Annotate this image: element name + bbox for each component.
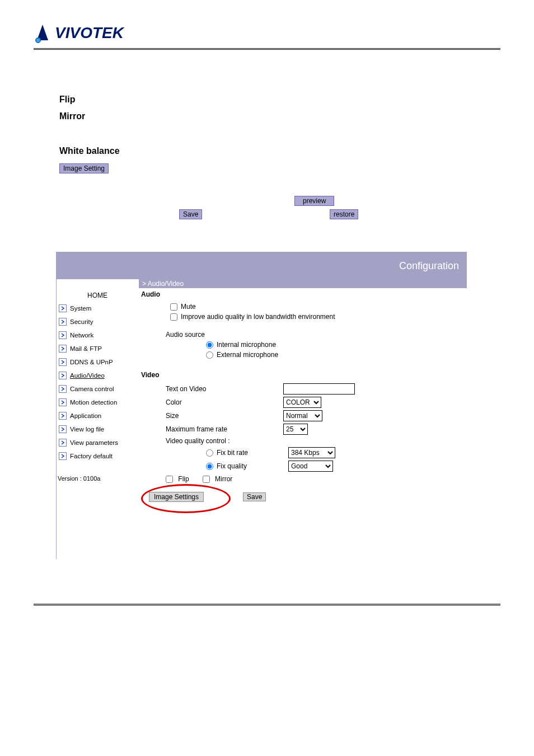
sidebar-item-audio-video[interactable]: Audio/Video xyxy=(57,369,138,382)
arrow-right-icon xyxy=(59,318,67,326)
arrow-right-icon xyxy=(59,398,67,406)
sidebar-item-label: Motion detection xyxy=(70,397,117,408)
arrow-right-icon xyxy=(59,385,67,393)
fix-quality-label: Fix quality xyxy=(217,462,260,470)
version-text: Version : 0100a xyxy=(57,475,138,482)
restore-button[interactable]: restore xyxy=(330,209,358,219)
text-on-video-input[interactable] xyxy=(283,383,355,395)
arrow-right-icon xyxy=(59,452,67,460)
sidebar-item-label: Factory default xyxy=(70,450,113,462)
divider-bottom xyxy=(34,604,500,605)
heading-mirror: Mirror xyxy=(59,111,500,121)
mute-label: Mute xyxy=(181,303,196,311)
save-button[interactable]: Save xyxy=(243,492,266,501)
sidebar-item-label: Network xyxy=(70,330,93,341)
internal-mic-label: Internal microphone xyxy=(217,341,276,349)
sidebar-item-application[interactable]: Application xyxy=(57,409,138,422)
sidebar-item-ddns-upnp[interactable]: DDNS & UPnP xyxy=(57,355,138,369)
brand-text: VIVOTEK xyxy=(55,24,124,42)
improve-audio-checkbox[interactable] xyxy=(170,313,177,321)
fix-bit-rate-radio[interactable] xyxy=(206,449,213,457)
heading-white-balance: White balance xyxy=(59,146,500,156)
video-section-title: Video xyxy=(139,369,467,382)
sidebar-item-label: Audio/Video xyxy=(70,370,105,381)
sidebar-item-label: View log file xyxy=(70,424,104,435)
sidebar-item-label: Mail & FTP xyxy=(70,343,102,354)
arrow-right-icon xyxy=(59,412,67,420)
text-on-video-label: Text on Video xyxy=(139,385,255,393)
bit-rate-select[interactable]: 384 Kbps xyxy=(288,447,335,458)
max-frame-label: Maximum frame rate xyxy=(139,425,255,433)
preview-button[interactable]: preview xyxy=(294,196,334,206)
mirror-label: Mirror xyxy=(215,475,232,483)
heading-flip: Flip xyxy=(59,95,500,105)
external-mic-radio[interactable] xyxy=(206,351,213,359)
external-mic-label: External microphone xyxy=(217,351,278,359)
audio-source-label: Audio source xyxy=(166,331,205,339)
arrow-right-icon xyxy=(59,439,67,447)
logo: VIVOTEK xyxy=(34,22,500,44)
arrow-right-icon xyxy=(59,331,67,339)
sidebar-item-factory-default[interactable]: Factory default xyxy=(57,449,138,463)
sidebar-item-label: Security xyxy=(70,316,93,327)
sidebar-item-system[interactable]: System xyxy=(57,302,138,315)
sidebar-item-label: View parameters xyxy=(70,437,118,448)
mute-checkbox[interactable] xyxy=(170,303,177,311)
max-frame-select[interactable]: 25 xyxy=(283,424,308,435)
sidebar-item-label: Camera control xyxy=(70,383,114,395)
color-label: Color xyxy=(139,398,255,406)
arrow-right-icon xyxy=(59,304,67,312)
divider-top xyxy=(34,48,500,50)
image-setting-button[interactable]: Image Setting xyxy=(59,163,109,173)
sidebar: HOME System Security Network Mail & FTP xyxy=(57,279,139,559)
sidebar-item-camera-control[interactable]: Camera control xyxy=(57,382,138,396)
svg-rect-1 xyxy=(36,39,40,42)
sidebar-item-view-parameters[interactable]: View parameters xyxy=(57,436,138,449)
size-label: Size xyxy=(139,412,255,420)
content-area: > Audio/Video Audio Mute Improve audio q… xyxy=(139,279,467,559)
quality-select[interactable]: Good xyxy=(288,461,333,472)
flip-checkbox[interactable] xyxy=(166,476,173,483)
configuration-title: Configuration xyxy=(399,260,459,272)
image-settings-button[interactable]: Image Settings xyxy=(149,492,204,502)
sidebar-item-label: System xyxy=(70,303,91,314)
save-button-top[interactable]: Save xyxy=(179,209,202,219)
sidebar-item-motion-detection[interactable]: Motion detection xyxy=(57,396,138,409)
sidebar-item-view-log-file[interactable]: View log file xyxy=(57,422,138,436)
improve-audio-label: Improve audio quality in low bandwidth e… xyxy=(181,313,335,321)
sidebar-item-label: DDNS & UPnP xyxy=(70,356,113,368)
flip-label: Flip xyxy=(178,475,189,483)
sidebar-item-network[interactable]: Network xyxy=(57,328,138,342)
arrow-right-icon xyxy=(59,372,67,379)
fix-bit-rate-label: Fix bit rate xyxy=(217,449,260,457)
configuration-panel: Configuration HOME System Security Netwo… xyxy=(56,252,467,559)
video-quality-control-label: Video quality control : xyxy=(139,437,230,445)
arrow-right-icon xyxy=(59,358,67,366)
internal-mic-radio[interactable] xyxy=(206,341,213,349)
breadcrumb: > Audio/Video xyxy=(139,279,467,288)
mirror-checkbox[interactable] xyxy=(203,476,210,483)
sidebar-item-security[interactable]: Security xyxy=(57,315,138,328)
arrow-right-icon xyxy=(59,425,67,433)
logo-mark-icon xyxy=(34,22,51,44)
fix-quality-radio[interactable] xyxy=(206,463,213,470)
sidebar-item-label: Application xyxy=(70,410,101,421)
size-select[interactable]: Normal xyxy=(283,410,322,421)
arrow-right-icon xyxy=(59,345,67,353)
sidebar-item-mail-ftp[interactable]: Mail & FTP xyxy=(57,342,138,355)
sidebar-home[interactable]: HOME xyxy=(57,284,138,302)
color-select[interactable]: COLOR xyxy=(283,397,321,408)
audio-section-title: Audio xyxy=(139,288,467,302)
configuration-titlebar: Configuration xyxy=(57,252,467,279)
